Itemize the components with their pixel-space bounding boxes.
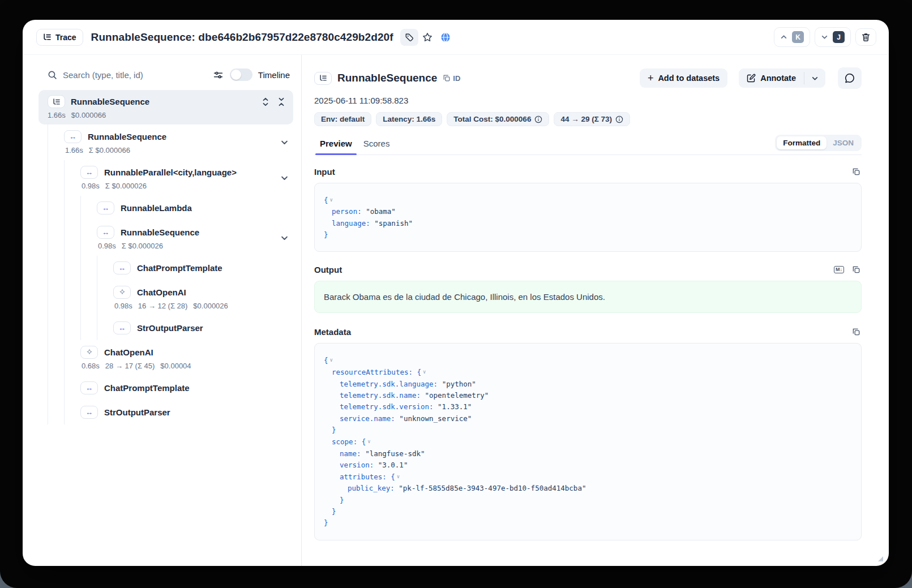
tree-node-label: ChatPromptTemplate: [104, 383, 190, 393]
copy-input-button[interactable]: [851, 166, 862, 177]
trace-tree-icon: [48, 95, 65, 108]
tree-list-icon: [43, 33, 52, 41]
span-icon: ↔: [64, 130, 82, 143]
tree-root-row[interactable]: RunnableSequence 1.6: [38, 90, 293, 125]
info-icon[interactable]: [615, 115, 623, 123]
tree-node-row[interactable]: ↔RunnableLambda: [38, 196, 293, 220]
shortcut-key-j: J: [833, 31, 845, 43]
indent-guide: [48, 160, 64, 196]
tree-node-row[interactable]: ↔RunnableSequence0.98sΣ $0.000026: [38, 220, 293, 256]
tree-node-row[interactable]: ↔ChatPromptTemplate: [38, 256, 293, 280]
copy-icon: [852, 328, 860, 336]
collapse-all-button[interactable]: [276, 96, 286, 108]
format-formatted-option[interactable]: Formatted: [777, 136, 827, 149]
indent-guide: [80, 196, 97, 220]
sliders-icon: [213, 70, 223, 80]
tree-node-row[interactable]: ↔ChatPromptTemplate: [38, 376, 293, 400]
collapse-node-button[interactable]: [278, 231, 291, 244]
expand-all-button[interactable]: [260, 96, 271, 108]
tree-node-label: RunnableLambda: [121, 203, 192, 213]
search-input[interactable]: [63, 70, 207, 80]
timeline-toggle[interactable]: [230, 68, 252, 81]
indent-guide: [64, 400, 80, 424]
bookmark-star-button[interactable]: [418, 29, 436, 46]
add-to-datasets-button[interactable]: + Add to datasets: [640, 68, 727, 88]
public-share-button[interactable]: [436, 29, 455, 46]
tree-node-row[interactable]: ↔RunnableSequence1.66sΣ $0.000066: [38, 125, 293, 160]
tab-preview[interactable]: Preview: [314, 134, 358, 154]
copy-icon: [852, 265, 860, 274]
tree-node-row[interactable]: ChatOpenAI0.68s28 → 17 (Σ 45)$0.00004: [38, 340, 293, 376]
copy-icon: [443, 74, 451, 82]
tree-node-label: RunnableSequence: [121, 228, 199, 237]
tree-node-row[interactable]: ↔RunnableParallel<city,language>0.98sΣ $…: [38, 160, 293, 196]
annotate-button[interactable]: Annotate: [739, 68, 804, 88]
root-cost: $0.000066: [71, 111, 106, 119]
info-icon[interactable]: [534, 115, 542, 123]
delete-trace-button[interactable]: [855, 28, 876, 46]
comments-button[interactable]: [838, 67, 862, 89]
next-trace-button[interactable]: J: [815, 27, 851, 47]
tag-icon: [405, 33, 414, 42]
indent-guide: [48, 220, 64, 256]
fold-vertical-icon: [277, 97, 285, 106]
node-latency: 0.98s: [114, 302, 132, 310]
node-tokens: 16 → 12 (Σ 28): [138, 302, 188, 310]
globe-icon: [440, 32, 451, 42]
collapse-node-button[interactable]: [278, 136, 291, 149]
shortcut-key-k: K: [792, 31, 804, 43]
indent-guide: [48, 316, 64, 340]
collapse-node-button[interactable]: [278, 171, 291, 184]
id-label: ID: [453, 74, 460, 83]
collapse-caret-icon[interactable]: ∨: [366, 439, 370, 444]
indent-guide: [48, 196, 64, 220]
tree-node-label: RunnableParallel<city,language>: [104, 168, 237, 177]
trace-header: Trace RunnableSequence: dbe646b2b67957d2…: [23, 20, 889, 55]
indent-guide: [64, 376, 80, 400]
markdown-toggle-button[interactable]: M↓: [833, 265, 845, 274]
node-total-cost: Σ $0.000026: [105, 182, 147, 190]
span-icon: ↔: [97, 226, 114, 239]
markdown-icon: M↓: [834, 266, 844, 273]
env-badge: Env: default: [314, 112, 371, 126]
tree-node-label: RunnableSequence: [88, 132, 166, 141]
indent-guide: [48, 340, 64, 376]
tags-button[interactable]: [400, 29, 418, 46]
span-icon: ↔: [113, 321, 131, 334]
indent-guide: [80, 280, 97, 316]
metadata-section-title: Metadata: [314, 327, 351, 337]
node-latency: 0.98s: [98, 242, 116, 250]
node-total-cost: Σ $0.000026: [122, 242, 163, 250]
pencil-square-icon: [747, 74, 756, 83]
indent-guide: [48, 256, 64, 280]
format-json-option[interactable]: JSON: [827, 136, 860, 149]
tree-node-row[interactable]: ChatOpenAI0.98s16 → 12 (Σ 28)$0.000026: [38, 280, 293, 316]
tree-node-row[interactable]: ↔StrOutputParser: [38, 400, 293, 424]
app-window: Trace RunnableSequence: dbe646b2b67957d2…: [23, 20, 889, 566]
annotate-dropdown-button[interactable]: [804, 68, 825, 88]
indent-guide: [64, 220, 80, 256]
collapse-caret-icon[interactable]: ∨: [395, 474, 400, 479]
indent-guide: [64, 280, 80, 316]
indent-guide: [48, 125, 64, 160]
tab-scores[interactable]: Scores: [358, 134, 396, 154]
collapse-caret-icon[interactable]: ∨: [328, 357, 333, 363]
tree-node-label: ChatOpenAI: [137, 287, 186, 297]
span-icon: ↔: [113, 261, 131, 274]
collapse-caret-icon[interactable]: ∨: [328, 197, 333, 203]
copy-output-button[interactable]: [851, 264, 862, 275]
timeline-toggle-label: Timeline: [258, 70, 290, 80]
trace-badge-label: Trace: [55, 33, 76, 42]
filter-settings-button[interactable]: [212, 69, 224, 81]
copy-id-button[interactable]: ID: [443, 74, 460, 83]
resize-handle[interactable]: [878, 556, 883, 561]
copy-metadata-button[interactable]: [851, 327, 862, 337]
collapse-caret-icon[interactable]: ∨: [421, 369, 426, 375]
total-cost-badge: Total Cost: $0.000066: [447, 112, 549, 126]
chevron-down-icon: [821, 33, 828, 41]
prev-trace-button[interactable]: K: [774, 27, 810, 47]
tree-node-row[interactable]: ↔StrOutputParser: [38, 316, 293, 340]
copy-icon: [852, 168, 860, 176]
indent-guide: [48, 376, 64, 400]
trace-tree: RunnableSequence 1.6: [38, 90, 293, 424]
